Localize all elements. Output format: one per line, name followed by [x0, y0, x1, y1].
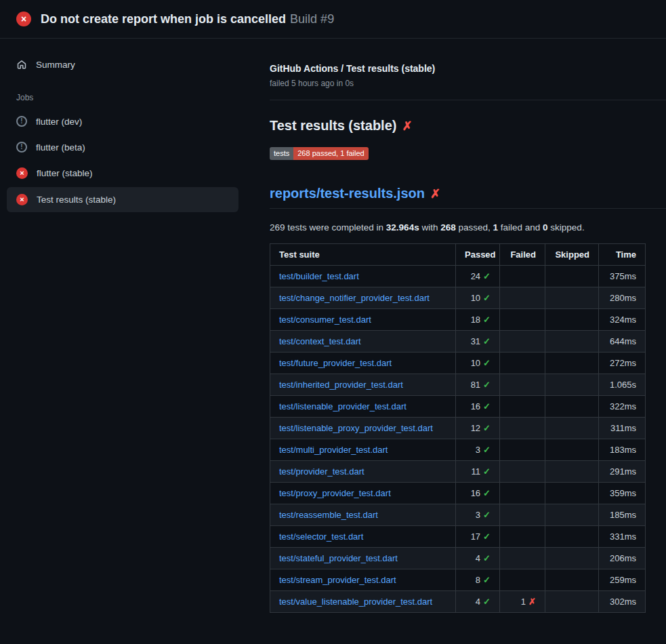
suite-link[interactable]: test/change_notifier_provider_test.dart: [279, 293, 430, 303]
suite-link[interactable]: test/stateful_provider_test.dart: [279, 553, 398, 563]
jobs-section-label: Jobs: [16, 93, 238, 102]
build-number: Build #9: [290, 12, 334, 26]
count-value: 1: [521, 597, 526, 607]
table-row: test/selector_test.dart17✓331ms: [270, 526, 646, 548]
skipped-cell: [545, 439, 599, 461]
suite-cell: test/inherited_provider_test.dart: [270, 374, 456, 396]
suite-cell: test/builder_test.dart: [270, 266, 456, 287]
run-header: × Do not create report when job is cance…: [0, 0, 666, 39]
table-row: test/consumer_test.dart18✓324ms: [270, 309, 646, 331]
count-value: 18: [471, 315, 480, 325]
skipped-cell: [545, 461, 599, 483]
count-value: 24: [471, 271, 480, 281]
suite-link[interactable]: test/listenable_provider_test.dart: [279, 401, 407, 411]
count-value: 16: [471, 401, 480, 411]
suite-link[interactable]: test/consumer_test.dart: [279, 315, 371, 325]
suite-link[interactable]: test/selector_test.dart: [279, 531, 363, 542]
count-value: 10: [471, 293, 480, 303]
table-row: test/listenable_provider_test.dart16✓322…: [270, 396, 646, 418]
cancelled-icon: !: [16, 142, 27, 153]
suite-link[interactable]: test/provider_test.dart: [279, 466, 365, 477]
table-row: test/proxy_provider_test.dart16✓359ms: [270, 483, 646, 504]
sidebar-item-job[interactable]: !flutter (dev): [7, 109, 238, 134]
failed-cell: 1✗: [500, 591, 545, 613]
passed-cell: 17✓: [456, 526, 500, 548]
page-title: Do not create report when job is cancell…: [41, 12, 334, 26]
suite-cell: test/consumer_test.dart: [270, 309, 456, 331]
suite-link[interactable]: test/context_test.dart: [279, 336, 361, 346]
time-cell: 272ms: [599, 353, 646, 374]
summary-part: passed,: [456, 222, 493, 233]
time-cell: 185ms: [599, 504, 646, 526]
check-icon: ✓: [483, 271, 491, 281]
sidebar-item-label: flutter (stable): [37, 168, 93, 178]
skipped-cell: [545, 483, 599, 504]
suite-link[interactable]: test/value_listenable_provider_test.dart: [279, 597, 432, 607]
skipped-cell: [545, 331, 599, 353]
count-value: 4: [476, 553, 480, 563]
skipped-cell: [545, 526, 599, 548]
failed-cell: [500, 483, 545, 504]
suite-link[interactable]: test/stream_provider_test.dart: [279, 575, 396, 585]
results-table-body: test/builder_test.dart24✓375mstest/chang…: [270, 266, 646, 613]
time-cell: 644ms: [599, 331, 646, 353]
sidebar-item-summary[interactable]: Summary: [7, 52, 238, 77]
sidebar-item-job[interactable]: ×flutter (stable): [7, 161, 238, 186]
table-row: test/listenable_proxy_provider_test.dart…: [270, 418, 646, 439]
failed-cell: [500, 331, 545, 353]
time-cell: 375ms: [599, 266, 646, 287]
check-icon: ✓: [483, 315, 491, 325]
suite-link[interactable]: test/listenable_proxy_provider_test.dart: [279, 423, 433, 433]
run-failed-icon: ×: [16, 12, 31, 26]
passed-cell: 16✓: [456, 483, 500, 504]
time-cell: 183ms: [599, 439, 646, 461]
time-cell: 1.065s: [599, 374, 646, 396]
summary-part: 268: [440, 222, 456, 233]
passed-cell: 16✓: [456, 396, 500, 418]
passed-cell: 4✓: [456, 548, 500, 569]
summary-part: 1: [493, 222, 499, 233]
suite-link[interactable]: test/inherited_provider_test.dart: [279, 380, 403, 390]
section-title: Test results (stable)✗: [270, 118, 645, 134]
suite-link[interactable]: test/multi_provider_test.dart: [279, 445, 388, 455]
divider: [270, 100, 666, 100]
report-link[interactable]: reports/test-results.json: [270, 186, 425, 201]
table-row: test/builder_test.dart24✓375ms: [270, 266, 646, 287]
suite-cell: test/reassemble_test.dart: [270, 504, 456, 526]
skipped-cell: [545, 418, 599, 439]
cross-icon: ✗: [528, 597, 536, 607]
suite-link[interactable]: test/builder_test.dart: [279, 271, 359, 281]
sidebar-item-job[interactable]: !flutter (beta): [7, 135, 238, 159]
table-header-row: Test suitePassedFailedSkippedTime: [270, 244, 646, 266]
failed-icon: ×: [16, 194, 28, 205]
column-header: Test suite: [270, 244, 456, 266]
suite-cell: test/selector_test.dart: [270, 526, 456, 548]
time-cell: 359ms: [599, 483, 646, 504]
count-value: 10: [471, 358, 480, 368]
skipped-cell: [545, 287, 599, 309]
count-value: 3: [476, 510, 480, 520]
suite-link[interactable]: test/reassemble_test.dart: [279, 510, 378, 520]
check-icon: ✓: [483, 358, 491, 368]
check-icon: ✓: [483, 597, 491, 607]
suite-cell: test/stateful_provider_test.dart: [270, 548, 456, 569]
table-row: test/multi_provider_test.dart3✓183ms: [270, 439, 646, 461]
tests-badge: tests 268 passed, 1 failed: [270, 147, 369, 160]
count-value: 3: [476, 445, 480, 455]
suite-link[interactable]: test/proxy_provider_test.dart: [279, 488, 391, 498]
summary-line: 269 tests were completed in 32.964s with…: [270, 222, 645, 233]
failed-cell: [500, 309, 545, 331]
sidebar-jobs: !flutter (dev)!flutter (beta)×flutter (s…: [7, 109, 238, 212]
summary-part: failed and: [498, 222, 543, 233]
sidebar-item-job[interactable]: ×Test results (stable): [7, 187, 238, 212]
suite-link[interactable]: test/future_provider_test.dart: [279, 358, 392, 368]
check-icon: ✓: [483, 293, 491, 303]
passed-cell: 3✓: [456, 439, 500, 461]
suite-cell: test/listenable_provider_test.dart: [270, 396, 456, 418]
check-icon: ✓: [483, 466, 491, 477]
failed-cell: [500, 418, 545, 439]
passed-cell: 81✓: [456, 374, 500, 396]
skipped-cell: [545, 591, 599, 613]
passed-cell: 12✓: [456, 418, 500, 439]
home-icon: [16, 59, 27, 70]
